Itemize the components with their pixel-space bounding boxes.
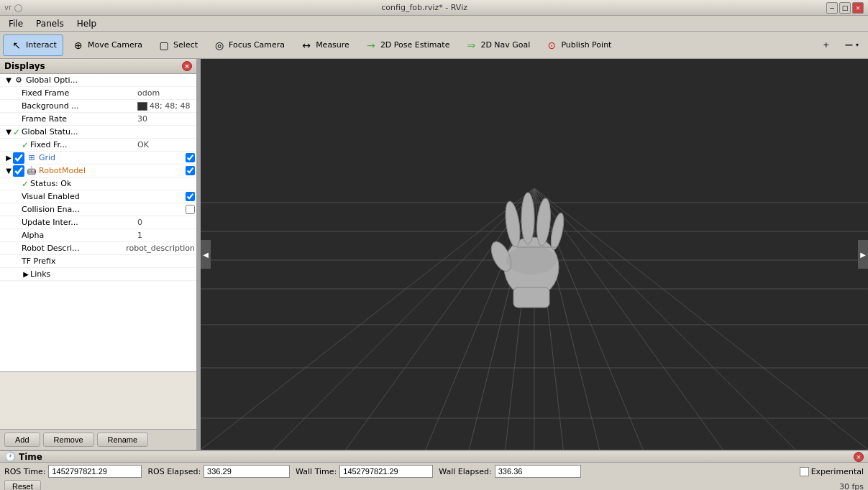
grid-checkbox-right[interactable] <box>186 153 195 162</box>
close-button[interactable]: × <box>852 2 864 14</box>
toolbar-focus-camera-button[interactable]: ◎ Focus Camera <box>206 34 291 56</box>
frame-rate-label: Frame Rate <box>22 114 134 124</box>
viewport-collapse-right-button[interactable]: ▶ <box>858 240 868 269</box>
ros-elapsed-input[interactable] <box>204 465 290 478</box>
svg-rect-26 <box>513 287 549 308</box>
grid-icon: ⊞ <box>26 152 37 164</box>
app-icon: vr <box>4 4 12 11</box>
toolbar-plus-button[interactable]: + <box>816 34 836 56</box>
svg-point-28 <box>506 246 557 274</box>
tree-row-collision-enabled[interactable]: Collision Ena... <box>0 203 196 216</box>
remove-button[interactable]: Remove <box>43 433 94 447</box>
robot-model-enabled-checkbox[interactable] <box>13 165 24 177</box>
tree-row-robot-model[interactable]: ▼ 🤖 RobotModel <box>0 165 196 177</box>
wall-time-label: Wall Time: <box>296 467 337 476</box>
window-icon-2: ◯ <box>14 4 22 11</box>
experimental-checkbox[interactable] <box>800 467 809 476</box>
tree-row-update-interval[interactable]: Update Inter... 0 <box>0 216 196 229</box>
time-panel-close-button[interactable]: × <box>854 452 864 462</box>
add-button[interactable]: Add <box>4 433 40 447</box>
tree-arrow-global-status[interactable]: ▼ <box>4 128 13 136</box>
wall-time-field: Wall Time: <box>296 465 433 478</box>
background-label: Background ... <box>22 101 134 111</box>
tree-row-links[interactable]: ▶ Links <box>0 268 196 281</box>
clock-icon: 🕐 <box>4 451 16 462</box>
tree-arrow-links[interactable]: ▶ <box>22 270 30 278</box>
toolbar-interact-button[interactable]: ↖ Interact <box>3 34 63 56</box>
preview-area <box>0 371 196 429</box>
maximize-button[interactable]: □ <box>839 2 851 14</box>
toolbar-select-button[interactable]: ▢ Select <box>150 34 204 56</box>
alpha-value: 1 <box>137 231 195 240</box>
robot-model-checkbox-right[interactable] <box>186 166 195 175</box>
toolbar-2d-pose-button[interactable]: → 2D Pose Estimate <box>357 34 457 56</box>
robot-description-value: robot_description <box>126 244 195 253</box>
dropdown-arrow-icon: ▾ <box>856 42 859 48</box>
camera-icon: ⊕ <box>71 38 86 52</box>
ros-time-input[interactable] <box>48 465 142 478</box>
gear-icon: ⚙ <box>13 75 24 86</box>
tree-row-alpha[interactable]: Alpha 1 <box>0 229 196 242</box>
tree-row-global-options[interactable]: ▼ ⚙ Global Opti... <box>0 74 196 87</box>
tree-row-background[interactable]: Background ... 48; 48; 48 <box>0 100 196 113</box>
experimental-checkbox-field: Experimental <box>800 467 864 476</box>
toolbar-2d-nav-button[interactable]: ⇒ 2D Nav Goal <box>457 34 536 56</box>
ros-time-field: ROS Time: <box>4 465 142 478</box>
focus-icon: ◎ <box>212 38 227 52</box>
fixed-frame-check-icon: ✓ <box>22 140 29 150</box>
robot-model-icon: 🤖 <box>26 165 37 177</box>
visual-enabled-checkbox[interactable] <box>186 192 195 201</box>
toolbar-publish-point-button[interactable]: ⊙ Publish Point <box>538 34 618 56</box>
fixed-frame-label: Fixed Frame <box>22 88 134 98</box>
robot-status-check-icon: ✓ <box>22 179 29 189</box>
tree-row-fixed-frame-status[interactable]: ✓ Fixed Fr... OK <box>0 139 196 152</box>
grid-enabled-checkbox[interactable] <box>13 152 24 164</box>
fixed-frame-value: odom <box>137 88 195 98</box>
displays-panel-close-button[interactable]: × <box>182 61 192 71</box>
pose-icon: → <box>364 38 378 52</box>
fps-label: 30 fps <box>839 482 864 491</box>
time-panel-title: 🕐 Time <box>4 451 42 462</box>
reset-button[interactable]: Reset <box>4 480 41 490</box>
svg-point-22 <box>503 200 523 248</box>
minimize-button[interactable]: − <box>826 2 838 14</box>
tree-row-grid[interactable]: ▶ ⊞ Grid <box>0 152 196 165</box>
tree-row-frame-rate[interactable]: Frame Rate 30 <box>0 113 196 126</box>
ros-time-label: ROS Time: <box>4 467 45 476</box>
3d-viewport[interactable]: ◀ ▶ <box>201 59 868 450</box>
robot-status-label: Status: Ok <box>30 179 195 188</box>
displays-panel-title: Displays <box>4 61 45 71</box>
tree-row-global-status[interactable]: ▼ ✓ Global Statu... <box>0 126 196 139</box>
global-status-label: Global Statu... <box>22 127 195 137</box>
menu-file[interactable]: File <box>3 17 29 30</box>
toolbar-2d-pose-label: 2D Pose Estimate <box>380 40 450 50</box>
collision-enabled-checkbox[interactable] <box>186 205 195 214</box>
tree-row-tf-prefix[interactable]: TF Prefix <box>0 255 196 268</box>
svg-point-24 <box>535 198 552 246</box>
toolbar-measure-button[interactable]: ↔ Measure <box>293 34 356 56</box>
time-panel-label: Time <box>19 452 42 462</box>
tree-row-fixed-frame[interactable]: Fixed Frame odom <box>0 87 196 100</box>
toolbar-move-camera-button[interactable]: ⊕ Move Camera <box>65 34 149 56</box>
tree-arrow-global-options[interactable]: ▼ <box>4 76 13 84</box>
status-bar-header: 🕐 Time × <box>0 451 868 463</box>
viewport-collapse-left-button[interactable]: ◀ <box>201 240 211 269</box>
fixed-frame-status-value: OK <box>137 140 195 149</box>
toolbar-minus-button[interactable]: − ▾ <box>838 34 865 56</box>
displays-panel-header: Displays × <box>0 59 196 74</box>
wall-elapsed-input[interactable] <box>495 465 581 478</box>
fixed-frame-status-label: Fixed Fr... <box>30 140 134 149</box>
tree-arrow-grid[interactable]: ▶ <box>4 154 13 162</box>
tree-row-visual-enabled[interactable]: Visual Enabled <box>0 190 196 203</box>
menu-help[interactable]: Help <box>71 17 102 30</box>
tree-arrow-robot-model[interactable]: ▼ <box>4 167 13 175</box>
tree-row-robot-description[interactable]: Robot Descri... robot_description <box>0 242 196 255</box>
wall-elapsed-field: Wall Elapsed: <box>439 465 580 478</box>
svg-point-25 <box>549 212 567 251</box>
menu-panels[interactable]: Panels <box>30 17 70 30</box>
global-status-check-icon: ✓ <box>13 127 20 137</box>
rename-button[interactable]: Rename <box>97 433 149 447</box>
background-color-swatch <box>137 102 147 111</box>
wall-time-input[interactable] <box>339 465 433 478</box>
robot-model-label: RobotModel <box>39 166 186 175</box>
